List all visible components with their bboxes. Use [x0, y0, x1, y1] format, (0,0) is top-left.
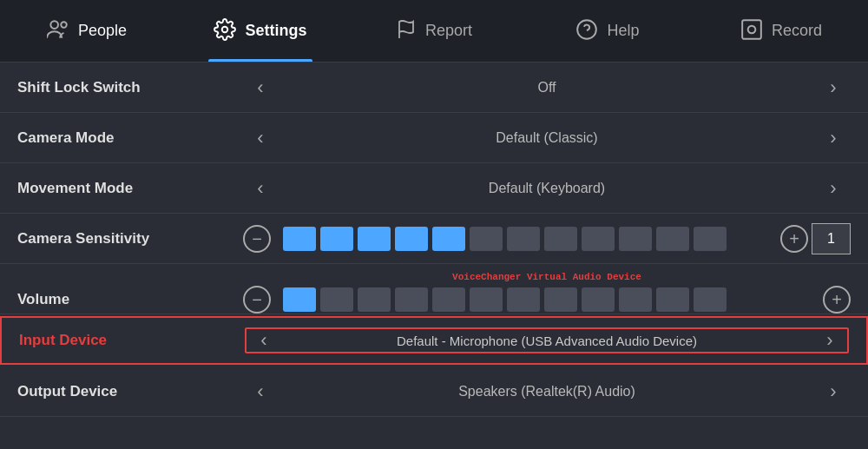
help-label: Help — [607, 22, 639, 40]
shift-lock-value: Off — [278, 80, 816, 96]
volume-bar-7 — [544, 287, 577, 312]
volume-bar-0 — [283, 287, 316, 312]
output-device-next-button[interactable]: › — [816, 380, 851, 403]
camera-sensitivity-bar-9 — [619, 227, 652, 251]
output-device-value: Speakers (Realtek(R) Audio) — [278, 384, 816, 399]
volume-bar-9 — [619, 287, 652, 312]
camera-sensitivity-bar-11 — [694, 227, 727, 251]
movement-mode-control: ‹ Default (Keyboard) › — [243, 177, 851, 200]
shift-lock-label: Shift Lock Switch — [17, 79, 243, 96]
output-device-control: ‹ Speakers (Realtek(R) Audio) › — [243, 380, 851, 403]
camera-sensitivity-bar-3 — [395, 227, 428, 251]
volume-wrapper: VoiceChanger Virtual Audio Device − + — [243, 286, 851, 314]
volume-bar-8 — [582, 287, 615, 312]
settings-icon — [214, 18, 236, 44]
volume-decrease-button[interactable]: − — [243, 286, 271, 314]
volume-bar-3 — [395, 287, 428, 312]
camera-sensitivity-bar-0 — [283, 227, 316, 251]
camera-mode-prev-button[interactable]: ‹ — [243, 127, 278, 149]
shift-lock-next-button[interactable]: › — [816, 76, 851, 99]
help-icon — [575, 18, 598, 44]
camera-mode-value: Default (Classic) — [278, 130, 816, 146]
nav-item-record[interactable]: Record — [694, 0, 868, 62]
camera-sensitivity-slider: − + 1 — [243, 223, 851, 254]
voice-changer-label: VoiceChanger Virtual Audio Device — [452, 272, 641, 282]
volume-bar-4 — [432, 287, 465, 312]
camera-sensitivity-value: 1 — [812, 223, 851, 254]
output-device-prev-button[interactable]: ‹ — [243, 380, 278, 403]
svg-point-2 — [222, 26, 228, 32]
movement-mode-value: Default (Keyboard) — [278, 181, 816, 196]
volume-bars — [274, 287, 819, 312]
camera-mode-control: ‹ Default (Classic) › — [243, 127, 851, 149]
shift-lock-control: ‹ Off › — [243, 76, 851, 99]
input-device-prev-button[interactable]: ‹ — [247, 329, 281, 352]
output-device-row: Output Device ‹ Speakers (Realtek(R) Aud… — [0, 366, 868, 417]
volume-increase-button[interactable]: + — [823, 286, 851, 314]
camera-sensitivity-bar-4 — [432, 227, 465, 251]
volume-row: Volume VoiceChanger Virtual Audio Device… — [0, 264, 868, 314]
camera-sensitivity-label: Camera Sensitivity — [17, 230, 243, 248]
input-device-value: Default - Microphone (USB Advanced Audio… — [281, 333, 812, 348]
camera-sensitivity-bar-5 — [470, 227, 503, 251]
volume-slider: − + — [243, 286, 851, 314]
volume-bar-5 — [470, 287, 503, 312]
nav-item-report[interactable]: Report — [347, 0, 521, 62]
camera-sensitivity-decrease-button[interactable]: − — [243, 225, 271, 253]
shift-lock-switch-row: Shift Lock Switch ‹ Off › — [0, 63, 868, 113]
settings-label: Settings — [245, 22, 306, 40]
camera-mode-next-button[interactable]: › — [816, 127, 851, 149]
camera-sensitivity-bar-7 — [544, 227, 577, 251]
input-device-next-button[interactable]: › — [812, 329, 847, 352]
volume-bar-6 — [507, 287, 540, 312]
svg-point-0 — [50, 21, 58, 29]
camera-sensitivity-bar-2 — [358, 227, 391, 251]
camera-sensitivity-increase-button[interactable]: + — [780, 225, 808, 253]
movement-mode-next-button[interactable]: › — [816, 177, 851, 200]
shift-lock-prev-button[interactable]: ‹ — [243, 76, 278, 99]
volume-bar-11 — [694, 287, 727, 312]
svg-rect-6 — [742, 20, 761, 39]
svg-point-1 — [61, 22, 67, 27]
camera-mode-label: Camera Mode — [17, 129, 243, 147]
camera-sensitivity-row: Camera Sensitivity − + 1 — [0, 214, 868, 264]
report-label: Report — [425, 22, 472, 40]
nav-item-help[interactable]: Help — [521, 0, 694, 62]
camera-sensitivity-bars — [274, 227, 777, 251]
record-label: Record — [772, 22, 822, 40]
people-icon — [47, 18, 69, 44]
volume-bar-10 — [656, 287, 689, 312]
movement-mode-row: Movement Mode ‹ Default (Keyboard) › — [0, 163, 868, 214]
volume-bar-2 — [358, 287, 391, 312]
nav-item-people[interactable]: People — [0, 0, 174, 62]
camera-sensitivity-control: − + 1 — [243, 223, 851, 254]
svg-point-4 — [578, 20, 597, 39]
camera-sensitivity-bar-1 — [320, 227, 353, 251]
movement-mode-label: Movement Mode — [17, 180, 243, 197]
output-device-label: Output Device — [17, 383, 243, 400]
input-device-label: Input Device — [19, 332, 245, 349]
record-icon — [740, 18, 763, 44]
volume-bar-1 — [320, 287, 353, 312]
input-device-control: ‹ Default - Microphone (USB Advanced Aud… — [245, 327, 849, 353]
report-icon — [396, 18, 417, 44]
top-navigation: People Settings Report Help — [0, 0, 868, 63]
svg-point-7 — [748, 25, 756, 33]
input-device-row: Input Device ‹ Default - Microphone (USB… — [0, 316, 868, 365]
camera-sensitivity-bar-8 — [582, 227, 615, 251]
volume-label: Volume — [17, 291, 243, 308]
camera-sensitivity-bar-6 — [507, 227, 540, 251]
camera-sensitivity-bar-10 — [656, 227, 689, 251]
nav-item-settings[interactable]: Settings — [174, 0, 347, 62]
movement-mode-prev-button[interactable]: ‹ — [243, 177, 278, 200]
camera-mode-row: Camera Mode ‹ Default (Classic) › — [0, 113, 868, 163]
settings-content: Shift Lock Switch ‹ Off › Camera Mode ‹ … — [0, 63, 868, 417]
people-label: People — [78, 22, 127, 40]
